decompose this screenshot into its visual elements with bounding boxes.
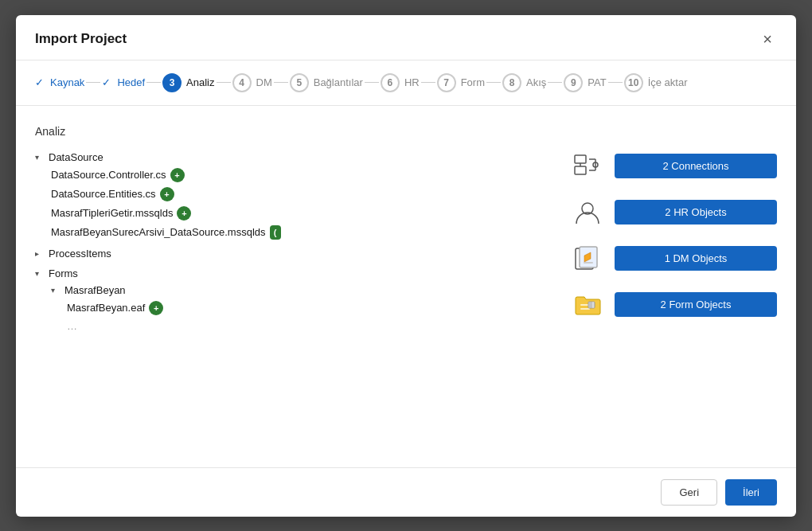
- step-circle-8: 8: [502, 73, 521, 92]
- close-button[interactable]: ×: [758, 29, 777, 49]
- forms-label: Forms: [49, 267, 78, 279]
- form-button[interactable]: 2 Form Objects: [615, 292, 777, 317]
- ellipsis-label: …: [67, 320, 77, 332]
- step-label-10: İçe aktar: [648, 76, 688, 88]
- step-akis: 8 Akış: [502, 73, 546, 92]
- tree-node-masrafbeyan-eaf: MasrafBeyan.eaf +: [67, 299, 551, 318]
- form-icon: [570, 287, 605, 322]
- hr-button[interactable]: 2 HR Objects: [615, 200, 777, 225]
- dm-button[interactable]: 1 DM Objects: [615, 246, 777, 271]
- dm-icon: [570, 241, 605, 276]
- connector-8: [548, 82, 562, 83]
- step-label-9: PAT: [588, 76, 606, 88]
- step-analiz: 3 Analiz: [162, 73, 214, 92]
- step-hedef: ✓ Hedef: [102, 76, 145, 88]
- connections-icon: [570, 149, 605, 184]
- controller-label: DataSource.Controller.cs: [51, 169, 166, 181]
- import-project-modal: Import Project × ✓ Kaynak ✓ Hedef 3 Anal…: [16, 15, 796, 517]
- hr-icon: [570, 195, 605, 230]
- tree-node-masrafbeyan[interactable]: ▾ MasrafBeyan: [51, 282, 551, 299]
- stat-hr: 2 HR Objects: [570, 195, 777, 230]
- step-hr: 6 HR: [381, 73, 420, 92]
- entities-label: DataSource.Entities.cs: [51, 188, 156, 200]
- badge-controller: +: [170, 168, 185, 182]
- tree-node-processitems[interactable]: ▸ ProcessItems: [35, 245, 551, 262]
- stat-connections: 2 Connections: [570, 149, 777, 184]
- badge-masrafbeyan-ds: (: [270, 225, 281, 240]
- svg-rect-10: [584, 262, 593, 264]
- step-dm: 4 DM: [232, 73, 272, 92]
- processitems-label: ProcessItems: [49, 248, 111, 260]
- tree-node-ellipsis: …: [67, 318, 551, 334]
- step-label-2: Hedef: [117, 76, 145, 88]
- tree-node-masrafbeyan-ds: MasrafBeyanSurecArsivi_DataSource.mssqld…: [51, 223, 551, 242]
- step-circle-9: 9: [564, 73, 583, 92]
- step-label-6: HR: [404, 76, 420, 88]
- step-circle-4: 4: [232, 73, 252, 92]
- back-button[interactable]: Geri: [661, 479, 717, 506]
- chevron-processitems: ▸: [35, 249, 45, 258]
- modal-body: Analiz ▾ DataSource DataSource.Controlle…: [16, 106, 796, 467]
- svg-rect-0: [575, 155, 586, 163]
- badge-masrafbeyan-eaf: +: [149, 301, 163, 315]
- step-circle-7: 7: [437, 73, 456, 92]
- connector-6: [421, 82, 435, 83]
- stat-dm: 1 DM Objects: [570, 241, 777, 276]
- stat-form: 2 Form Objects: [570, 287, 777, 322]
- step-baglanti: 5 Bağlantılar: [290, 73, 363, 92]
- chevron-forms: ▾: [35, 269, 45, 278]
- step-label-8: Akış: [526, 76, 546, 88]
- masrafbeyan-ds-label: MasrafBeyanSurecArsivi_DataSource.mssqld…: [51, 226, 266, 238]
- tree-panel: Analiz ▾ DataSource DataSource.Controlle…: [35, 125, 551, 448]
- step-label-4: DM: [256, 76, 272, 88]
- step-iceaktar: 10 İçe aktar: [624, 73, 688, 92]
- step-label-5: Bağlantılar: [314, 76, 363, 88]
- datasource-children: DataSource.Controller.cs + DataSource.En…: [51, 166, 551, 242]
- tree-node-entities: DataSource.Entities.cs +: [51, 185, 551, 204]
- connections-button[interactable]: 2 Connections: [615, 154, 777, 178]
- modal-title: Import Project: [35, 31, 127, 47]
- tree-node-controller: DataSource.Controller.cs +: [51, 166, 551, 185]
- masrafbeyan-eaf-label: MasrafBeyan.eaf: [67, 302, 145, 314]
- forms-children: ▾ MasrafBeyan MasrafBeyan.eaf + …: [51, 282, 551, 334]
- masrafbeyan-label: MasrafBeyan: [64, 284, 126, 296]
- connector-3: [217, 82, 231, 83]
- step-circle-3: 3: [162, 73, 182, 92]
- step-check-2: ✓: [102, 76, 111, 88]
- step-label-1: Kaynak: [50, 76, 84, 88]
- masraptipleri-label: MasrafTipleriGetir.mssqlds: [51, 207, 173, 219]
- connector-1: [86, 82, 100, 83]
- panel-title: Analiz: [35, 125, 551, 138]
- step-label-3: Analiz: [186, 76, 214, 88]
- modal-header: Import Project ×: [16, 15, 796, 61]
- step-kaynak: ✓ Kaynak: [35, 76, 84, 88]
- badge-entities: +: [160, 187, 174, 201]
- next-button[interactable]: İleri: [725, 479, 777, 506]
- step-circle-10: 10: [624, 73, 643, 92]
- step-circle-5: 5: [290, 73, 309, 92]
- tree-node-masraptipleri: MasrafTipleriGetir.mssqlds +: [51, 204, 551, 223]
- step-circle-6: 6: [381, 73, 400, 92]
- badge-masraptipleri: +: [177, 206, 191, 221]
- step-label-7: Form: [461, 76, 485, 88]
- modal-footer: Geri İleri: [16, 467, 796, 517]
- chevron-datasource: ▾: [35, 153, 45, 162]
- connector-4: [274, 82, 288, 83]
- step-form: 7 Form: [437, 73, 485, 92]
- chevron-masrafbeyan: ▾: [51, 286, 61, 295]
- connector-5: [365, 82, 379, 83]
- svg-rect-12: [580, 308, 590, 310]
- masrafbeyan-children: MasrafBeyan.eaf + …: [67, 299, 551, 334]
- connector-7: [486, 82, 501, 83]
- step-check-1: ✓: [35, 76, 44, 88]
- step-pat: 9 PAT: [564, 73, 606, 92]
- stats-panel: 2 Connections 2 HR Objects: [570, 125, 777, 448]
- tree-node-datasource[interactable]: ▾ DataSource: [35, 149, 551, 166]
- stepper: ✓ Kaynak ✓ Hedef 3 Analiz 4 DM 5 Bağlant…: [16, 61, 796, 106]
- datasource-label: DataSource: [49, 151, 103, 163]
- connector-9: [608, 82, 623, 83]
- connector-2: [146, 82, 161, 83]
- tree-node-forms[interactable]: ▾ Forms: [35, 265, 551, 282]
- svg-rect-1: [575, 166, 586, 174]
